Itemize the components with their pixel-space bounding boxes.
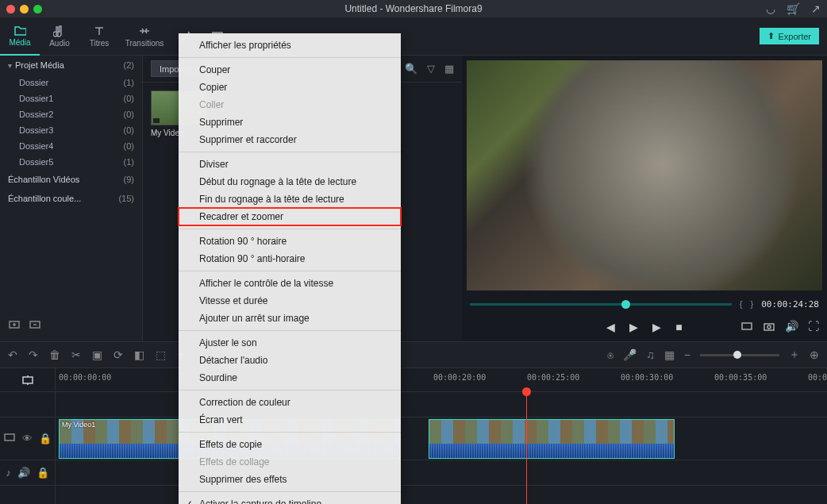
sidebar-folder[interactable]: Dossier2(0) bbox=[0, 106, 142, 122]
snapshot-icon[interactable] bbox=[763, 320, 775, 335]
zoom-fit-icon[interactable]: ⊕ bbox=[810, 348, 819, 361]
ctx-speed-ctrl[interactable]: Afficher le contrôle de la vitesse bbox=[179, 275, 401, 292]
grid-view-icon[interactable]: ▦ bbox=[444, 63, 454, 75]
svg-rect-6 bbox=[23, 377, 33, 383]
ctx-rotate-ccw[interactable]: Rotation 90 ° anti-horaire bbox=[179, 250, 401, 267]
sidebar-folder[interactable]: Dossier1(0) bbox=[0, 90, 142, 106]
count: (15) bbox=[118, 194, 134, 203]
sidebar-sample-colors[interactable]: Échantillon coule... (15) bbox=[0, 189, 142, 208]
export-label: Exporter bbox=[778, 32, 811, 41]
playhead[interactable] bbox=[522, 387, 531, 396]
window-minimize[interactable] bbox=[20, 5, 29, 13]
track-lock-icon[interactable]: 🔒 bbox=[39, 433, 52, 444]
ctx-detach-audio[interactable]: Détacher l'audio bbox=[179, 352, 401, 369]
timeline-ruler[interactable]: 00:00:00:00 00:00:20:00 00:00:25:00 00:0… bbox=[56, 368, 827, 391]
marker-icon[interactable]: ⍟ bbox=[607, 348, 614, 361]
ctx-crop-zoom[interactable]: Recadrer et zoomer bbox=[179, 208, 401, 225]
filter-icon[interactable]: ▽ bbox=[427, 63, 435, 75]
ctx-speed-duration[interactable]: Vitesse et durée bbox=[179, 292, 401, 310]
window-maximize[interactable] bbox=[33, 5, 42, 13]
track-mute-icon[interactable]: 🔊 bbox=[17, 467, 30, 479]
tab-transitions[interactable]: Transitions bbox=[119, 17, 170, 56]
tab-audio-label: Audio bbox=[49, 39, 70, 48]
sidebar-sample-videos[interactable]: Échantillon Vidéos (9) bbox=[0, 170, 142, 189]
playback-quality-icon[interactable] bbox=[740, 320, 753, 335]
sample-colors-label: Échantillon coule... bbox=[8, 194, 81, 203]
audio-track[interactable] bbox=[56, 460, 827, 485]
ctx-delete[interactable]: Supprimer bbox=[179, 113, 401, 131]
timeline-clip[interactable] bbox=[429, 419, 675, 459]
timeline-settings-icon[interactable] bbox=[0, 368, 56, 391]
window-close[interactable] bbox=[6, 5, 15, 13]
ctx-ripple-delete[interactable]: Supprimer et raccorder bbox=[179, 131, 401, 148]
track-visibility-icon[interactable]: 👁 bbox=[22, 433, 33, 444]
sidebar-folder[interactable]: Dossier(1) bbox=[0, 75, 142, 90]
ctx-mute[interactable]: Sourdine bbox=[179, 369, 401, 387]
tab-titles[interactable]: Titres bbox=[79, 17, 119, 56]
fullscreen-icon[interactable]: ⛶ bbox=[808, 320, 819, 335]
ctx-trim-start[interactable]: Début du rognage à la tête de lecture bbox=[179, 173, 401, 190]
ctx-properties[interactable]: Afficher les propriétés bbox=[179, 37, 401, 54]
brace-right-icon[interactable]: } bbox=[750, 299, 753, 309]
ctx-paste-effects: Effets de collage bbox=[179, 453, 401, 471]
zoom-handle[interactable] bbox=[733, 351, 741, 359]
play-button[interactable]: ▶ bbox=[629, 321, 638, 333]
tab-audio[interactable]: Audio bbox=[40, 17, 79, 56]
ctx-split[interactable]: Diviser bbox=[179, 156, 401, 173]
ctx-timeline-snap[interactable]: Activer la capture de timeline bbox=[179, 495, 401, 504]
ctx-freeze-frame[interactable]: Ajouter un arrêt sur image bbox=[179, 310, 401, 327]
ctx-copy-effects[interactable]: Effets de copie bbox=[179, 436, 401, 453]
delete-folder-icon[interactable] bbox=[29, 317, 41, 333]
sidebar-folder[interactable]: Dossier5(1) bbox=[0, 154, 142, 170]
new-folder-icon[interactable] bbox=[8, 317, 21, 333]
export-share-icon[interactable]: ↗ bbox=[811, 2, 821, 15]
ctx-rotate-cw[interactable]: Rotation 90 ° horaire bbox=[179, 233, 401, 250]
ctx-trim-end[interactable]: Fin du rognage à la tête de lecture bbox=[179, 190, 401, 208]
ctx-color-correction[interactable]: Correction de couleur bbox=[179, 394, 401, 411]
redo-icon[interactable]: ↷ bbox=[29, 348, 38, 361]
ctx-cut[interactable]: Couper bbox=[179, 61, 401, 79]
separator bbox=[179, 57, 401, 58]
cart-icon[interactable]: 🛒 bbox=[787, 2, 800, 15]
brace-left-icon[interactable]: { bbox=[740, 299, 743, 309]
search-icon[interactable]: 🔍 bbox=[405, 63, 417, 75]
green-screen-icon[interactable]: ⬚ bbox=[156, 348, 166, 361]
volume-icon[interactable]: 🔊 bbox=[785, 320, 798, 335]
tab-media-label: Média bbox=[9, 38, 30, 47]
voiceover-icon[interactable]: 🎤 bbox=[623, 348, 637, 361]
delete-icon[interactable]: 🗑 bbox=[49, 348, 60, 361]
stop-button[interactable]: ■ bbox=[675, 321, 682, 333]
render-icon[interactable]: ▦ bbox=[664, 348, 675, 361]
export-button[interactable]: ⬆ Exporter bbox=[760, 28, 819, 44]
sidebar-folder[interactable]: Dossier3(0) bbox=[0, 122, 142, 138]
speed-icon[interactable]: ⟳ bbox=[113, 348, 123, 361]
ctx-copy[interactable]: Copier bbox=[179, 79, 401, 96]
count: (9) bbox=[124, 175, 134, 184]
video-track[interactable]: My Video1 bbox=[56, 417, 827, 460]
sidebar-folder[interactable]: Dossier4(0) bbox=[0, 138, 142, 154]
prev-frame-button[interactable]: ◀ bbox=[606, 321, 615, 333]
split-icon[interactable]: ✂ bbox=[71, 348, 81, 361]
next-frame-button[interactable]: ▶ bbox=[652, 321, 661, 333]
separator bbox=[179, 152, 401, 152]
ctx-adjust-audio[interactable]: Ajuster le son bbox=[179, 334, 401, 352]
zoom-out-icon[interactable]: − bbox=[684, 348, 690, 361]
sidebar-project-media[interactable]: ▾ Projet Média (2) bbox=[0, 56, 142, 75]
ctx-green-screen[interactable]: Écran vert bbox=[179, 411, 401, 429]
color-icon[interactable]: ◧ bbox=[134, 348, 144, 361]
preview-viewport[interactable] bbox=[467, 60, 822, 290]
zoom-slider[interactable] bbox=[700, 354, 779, 356]
crop-icon[interactable]: ▣ bbox=[92, 348, 102, 361]
ctx-remove-effects[interactable]: Supprimer des effets bbox=[179, 471, 401, 488]
count: (1) bbox=[124, 78, 134, 87]
tab-media[interactable]: Média bbox=[0, 17, 40, 56]
track-lock-icon[interactable]: 🔒 bbox=[37, 467, 49, 479]
clip-label: My Video1 bbox=[62, 421, 95, 429]
zoom-in-icon[interactable]: ＋ bbox=[789, 348, 800, 362]
scrub-bar[interactable] bbox=[470, 303, 732, 306]
user-icon[interactable]: ◡ bbox=[766, 2, 775, 15]
mixer-icon[interactable]: ♫ bbox=[646, 348, 655, 361]
scrub-handle[interactable] bbox=[621, 300, 630, 309]
undo-icon[interactable]: ↶ bbox=[8, 348, 17, 361]
sidebar-project-media-label: Projet Média bbox=[15, 60, 64, 70]
